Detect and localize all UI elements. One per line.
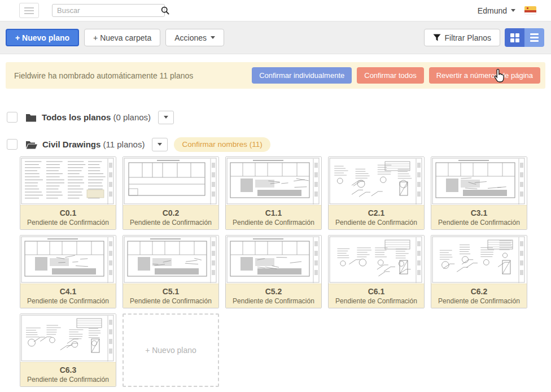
plan-card[interactable]: C3.1 Pendiente de Confirmación [431,156,527,230]
plans-toolbar: + Nuevo plano + Nueva carpeta Acciones F… [0,21,551,54]
confirm-names-badge[interactable]: Confirmar nombres (11) [174,137,270,152]
plan-card-label: C6.2 Pendiente de Confirmación [431,284,527,308]
folder-dropdown-button[interactable] [152,138,168,151]
plan-card[interactable]: C6.2 Pendiente de Confirmación [431,235,527,308]
top-navbar: Edmund [0,0,551,21]
user-name: Edmund [478,6,507,15]
plan-card-label: C0.1 Pendiente de Confirmación [20,205,116,229]
folder-dropdown-button[interactable] [158,111,174,124]
plan-card[interactable]: C5.2 Pendiente de Confirmación [225,235,322,308]
plan-card-label: C5.2 Pendiente de Confirmación [226,284,321,308]
plan-card[interactable]: C6.3 Pendiente de Confirmación [20,313,116,387]
new-plan-button[interactable]: + Nuevo plano [6,29,79,46]
chevron-down-icon [164,116,168,119]
plan-status: Pendiente de Confirmación [226,219,321,227]
plan-card-label: C4.1 Pendiente de Confirmación [20,284,116,308]
new-folder-button[interactable]: + Nueva carpeta [84,29,160,46]
plan-name: C1.1 [226,207,321,219]
plan-thumbnail [123,236,218,284]
actions-dropdown-button[interactable]: Acciones [165,29,224,46]
grid-view-button[interactable] [505,28,524,47]
plan-status: Pendiente de Confirmación [329,297,424,306]
plan-thumbnail [431,157,527,205]
plan-card-label: C2.1 Pendiente de Confirmación [329,205,424,229]
plan-thumbnail [20,157,116,205]
filter-plans-button[interactable]: Filtrar Planos [424,29,500,46]
grid-icon [510,33,519,42]
plan-thumbnail [123,157,218,205]
plan-grid: C0.1 Pendiente de Confirmación C0.2 Pend… [20,156,529,387]
plan-card-label: C6.1 Pendiente de Confirmación [329,284,424,308]
confirm-all-button[interactable]: Confirmar todos [357,67,423,84]
plan-card[interactable]: C2.1 Pendiente de Confirmación [328,156,425,230]
folder-row-civil-drawings: Civil Drawings (11 planos) Confirmar nom… [7,137,551,152]
folder-open-icon [25,140,37,149]
plan-name: C6.1 [329,286,424,297]
plan-name: C4.1 [20,286,116,297]
folder-checkbox[interactable] [7,139,18,150]
search-input[interactable] [53,6,161,15]
add-plan-placeholder-card[interactable]: + Nuevo plano [123,313,219,387]
plan-thumbnail [226,236,321,284]
plan-status: Pendiente de Confirmación [20,219,116,227]
plan-card-label: C3.1 Pendiente de Confirmación [431,205,527,229]
spain-flag-icon[interactable] [524,6,536,15]
revert-to-page-numbers-button[interactable]: Revertir a números de página [429,67,540,84]
plan-card-label: C1.1 Pendiente de Confirmación [226,205,321,229]
plan-thumbnail [329,236,424,284]
plan-name: C6.2 [431,286,527,297]
auto-naming-banner: Fieldwire ha nombrado automáticamente 11… [6,62,545,89]
plan-card[interactable]: C6.1 Pendiente de Confirmación [328,235,425,308]
plan-card-label: C6.3 Pendiente de Confirmación [20,362,116,386]
hamburger-menu-button[interactable] [19,3,39,18]
chevron-down-icon [158,143,162,146]
plan-name: C5.1 [123,286,218,297]
chevron-down-icon [511,9,515,12]
plan-thumbnail [431,236,527,284]
plan-thumbnail [20,314,116,362]
plan-card[interactable]: C5.1 Pendiente de Confirmación [123,235,219,308]
folder-closed-icon [25,113,37,122]
search-box [52,4,165,17]
plan-status: Pendiente de Confirmación [20,297,116,306]
plan-thumbnail [329,157,424,205]
banner-message: Fieldwire ha nombrado automáticamente 11… [14,71,193,80]
plan-card[interactable]: C1.1 Pendiente de Confirmación [225,156,322,230]
user-menu[interactable]: Edmund [478,6,515,15]
hamburger-icon [24,7,34,8]
chevron-down-icon [211,36,215,39]
plan-card-label: C0.2 Pendiente de Confirmación [123,205,218,229]
folder-checkbox[interactable] [7,112,18,123]
plan-name: C6.3 [20,364,116,376]
plan-status: Pendiente de Confirmación [431,297,527,306]
folder-label[interactable]: Todos los planos (0 planos) [42,112,151,122]
folder-label[interactable]: Civil Drawings (11 planos) [42,140,145,149]
plan-name: C3.1 [431,207,527,219]
list-view-button[interactable] [524,28,544,47]
plan-status: Pendiente de Confirmación [123,219,218,227]
plan-name: C0.2 [123,207,218,219]
plan-name: C0.1 [20,207,116,219]
plan-name: C5.2 [226,286,321,297]
folder-row-all-plans: Todos los planos (0 planos) [7,110,551,125]
plan-card-label: C5.1 Pendiente de Confirmación [123,284,218,308]
search-icon[interactable] [161,6,169,15]
plan-thumbnail [226,157,321,205]
plan-status: Pendiente de Confirmación [226,297,321,306]
plan-thumbnail [20,236,116,284]
plan-name: C2.1 [329,207,424,219]
view-toggle [505,28,544,47]
confirm-individually-button[interactable]: Confirmar individualmente [252,67,352,84]
funnel-icon [433,34,441,41]
list-icon [530,33,539,42]
plan-status: Pendiente de Confirmación [123,297,218,306]
plan-status: Pendiente de Confirmación [20,376,116,384]
plan-card[interactable]: C0.1 Pendiente de Confirmación [20,156,116,230]
plan-card[interactable]: C4.1 Pendiente de Confirmación [20,235,116,308]
plan-card[interactable]: C0.2 Pendiente de Confirmación [123,156,219,230]
plan-status: Pendiente de Confirmación [431,219,527,227]
plan-status: Pendiente de Confirmación [329,219,424,227]
